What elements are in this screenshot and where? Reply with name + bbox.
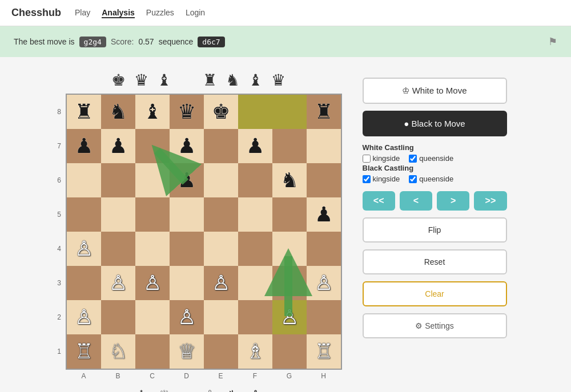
chess-piece: ♘ [109, 341, 127, 362]
chess-piece: ♝ [143, 102, 162, 122]
board-cell[interactable] [204, 129, 238, 163]
flip-button[interactable]: Flip [363, 217, 507, 243]
board-cell[interactable]: ♞ [101, 95, 135, 129]
board-cell[interactable]: ♞ [272, 163, 307, 197]
black-castling-label: Black Castling [363, 164, 507, 172]
board-cell[interactable]: ♜ [307, 95, 341, 129]
board-cell[interactable]: ♙ [204, 266, 238, 300]
nav-login[interactable]: Login [186, 8, 205, 18]
cap-3: ♝ [153, 71, 176, 90]
board-cell[interactable]: ♙ [170, 300, 204, 334]
chessboard[interactable]: ♜♞♝♛♚♜♟♟♟♟♟♞♟♙♙♙♙♙♙♙♙♖♘♕♗♖ [66, 94, 342, 370]
board-cell[interactable] [67, 163, 101, 197]
chess-piece: ♜ [75, 102, 93, 122]
black-queenside-item[interactable]: queenside [409, 175, 453, 183]
board-cell[interactable] [272, 197, 307, 232]
board-cell[interactable] [238, 163, 272, 197]
black-to-move-button[interactable]: ● Black to Move [363, 111, 507, 136]
board-cell[interactable] [67, 266, 101, 300]
board-cell[interactable] [170, 197, 204, 232]
board-cell[interactable]: ♙ [307, 266, 341, 300]
board-cell[interactable]: ♟ [170, 129, 204, 163]
clear-button[interactable]: Clear [363, 281, 507, 306]
board-cell[interactable]: ♟ [101, 129, 135, 163]
board-cell[interactable] [238, 266, 272, 300]
settings-button[interactable]: ⚙ Settings [363, 313, 507, 338]
board-cell[interactable] [135, 334, 170, 369]
nav-first-button[interactable]: << [363, 191, 395, 211]
chess-piece: ♟ [178, 136, 196, 156]
black-kingside-checkbox[interactable] [363, 175, 371, 183]
board-cell[interactable] [238, 300, 272, 334]
board-cell[interactable] [204, 334, 238, 369]
board-cell[interactable]: ♙ [135, 266, 170, 300]
bottom-captured-pieces: ♔ ♕ ♗ ♞ ♙ [130, 385, 267, 392]
board-cell[interactable] [67, 197, 101, 232]
header: Chesshub Play Analysis Puzzles Login [0, 0, 571, 26]
board-cell[interactable]: ♙ [67, 300, 101, 334]
board-cell[interactable] [307, 232, 341, 266]
board-cell[interactable] [238, 95, 272, 129]
nav-next-button[interactable]: > [437, 191, 469, 211]
nav-play[interactable]: Play [75, 8, 90, 18]
board-cell[interactable] [272, 129, 307, 163]
board-cell[interactable]: ♖ [307, 334, 341, 369]
board-cell[interactable]: ♟ [238, 129, 272, 163]
board-cell[interactable] [101, 197, 135, 232]
board-cell[interactable]: ♙ [101, 266, 135, 300]
board-cell[interactable] [170, 266, 204, 300]
board-cell[interactable] [307, 163, 341, 197]
board-cell[interactable] [204, 300, 238, 334]
board-cell[interactable]: ♕ [170, 334, 204, 369]
board-cell[interactable] [204, 232, 238, 266]
board-cell[interactable]: ♜ [67, 95, 101, 129]
black-queenside-checkbox[interactable] [409, 175, 417, 183]
board-cell[interactable] [272, 266, 307, 300]
board-cell[interactable]: ♟ [67, 129, 101, 163]
nav-analysis[interactable]: Analysis [102, 8, 135, 18]
reset-button[interactable]: Reset [363, 249, 507, 274]
nav-last-button[interactable]: >> [474, 191, 506, 211]
board-cell[interactable] [238, 232, 272, 266]
board-cell[interactable] [204, 163, 238, 197]
white-queenside-checkbox[interactable] [409, 155, 417, 163]
white-kingside-item[interactable]: kingside [363, 154, 400, 163]
nav-prev-button[interactable]: < [400, 191, 432, 211]
board-cell[interactable]: ♗ [238, 334, 272, 369]
board-cell[interactable]: ♛ [170, 95, 204, 129]
score-label: Score: [111, 37, 134, 46]
board-cell[interactable] [307, 300, 341, 334]
board-cell[interactable] [135, 129, 170, 163]
board-cell[interactable]: ♙ [67, 232, 101, 266]
board-cell[interactable] [135, 232, 170, 266]
board-cell[interactable] [101, 163, 135, 197]
board-cell[interactable]: ♖ [67, 334, 101, 369]
board-cell[interactable] [272, 334, 307, 369]
chess-piece: ♖ [75, 341, 93, 362]
board-cell[interactable] [170, 232, 204, 266]
board-cell[interactable] [204, 197, 238, 232]
board-cell[interactable] [238, 197, 272, 232]
black-kingside-label: kingside [373, 175, 400, 183]
board-cell[interactable] [101, 232, 135, 266]
board-cell[interactable] [272, 95, 307, 129]
black-kingside-item[interactable]: kingside [363, 175, 400, 183]
board-cell[interactable]: ♟ [307, 197, 341, 232]
board-cell[interactable] [135, 197, 170, 232]
white-castling-label: White Castling [363, 143, 507, 152]
board-cell[interactable] [135, 300, 170, 334]
board-cell[interactable]: ♘ [101, 334, 135, 369]
best-move-prefix: The best move is [14, 37, 75, 46]
board-cell[interactable] [307, 129, 341, 163]
board-cell[interactable] [272, 232, 307, 266]
board-cell[interactable]: ♚ [204, 95, 238, 129]
board-cell[interactable]: ♙ [272, 300, 307, 334]
white-kingside-checkbox[interactable] [363, 155, 371, 163]
white-queenside-item[interactable]: queenside [409, 154, 453, 163]
board-cell[interactable]: ♝ [135, 95, 170, 129]
board-cell[interactable] [101, 300, 135, 334]
white-to-move-button[interactable]: ♔ White to Move [363, 78, 507, 104]
nav-puzzles[interactable]: Puzzles [146, 8, 174, 18]
board-cell[interactable]: ♟ [170, 163, 204, 197]
board-cell[interactable] [135, 163, 170, 197]
